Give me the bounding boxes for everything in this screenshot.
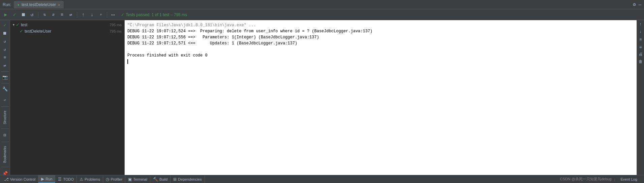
problems-icon: ⚠ <box>80 177 83 182</box>
child-check-icon: ✓ <box>20 29 23 34</box>
sidebar-check-icon[interactable]: ✓ <box>1 22 9 29</box>
status-build[interactable]: 🔨 Build <box>150 175 171 183</box>
settings-icon[interactable]: ⚙ <box>633 2 636 7</box>
check-button[interactable]: ✓ <box>11 11 18 19</box>
sidebar-sep-6 <box>1 167 9 167</box>
status-todo[interactable]: ☰ TODO <box>55 175 77 183</box>
status-terminal[interactable]: ▣ Terminal <box>125 175 150 183</box>
version-control-label: Version Control <box>10 177 35 181</box>
filter-button[interactable]: ≡ <box>58 11 66 19</box>
profiler-icon: ◷ <box>106 177 109 182</box>
profiler-label: Profiler <box>111 177 122 181</box>
title-tab[interactable]: ● test.testDeleteUser × <box>14 1 63 8</box>
sidebar-camera-icon[interactable]: 📷 <box>1 74 9 81</box>
toolbar-separator-1 <box>38 12 38 18</box>
parent-test-label: test <box>21 23 27 27</box>
sort-asc-button[interactable]: ⇅ <box>41 11 48 19</box>
child-time-badge: 795 ms <box>110 29 122 33</box>
title-icons: ⚙ — <box>633 2 641 7</box>
toolbar: ▶ ✓ ⏹ ↺ ⇅ ⇵ ≡ ⇌ ↑ ↓ ⌕ ▸▸ ✓ Tests passed:… <box>0 9 644 20</box>
parent-check-icon: ✓ <box>16 22 20 27</box>
sidebar-sep-5 <box>1 142 9 142</box>
console-line-5 <box>127 46 634 52</box>
structure-label: Structure <box>2 109 7 126</box>
rerun-button[interactable]: ↺ <box>28 11 36 19</box>
cursor <box>127 59 128 64</box>
status-profiler[interactable]: ◷ Profiler <box>103 175 125 183</box>
build-icon: 🔨 <box>153 177 158 182</box>
status-right: CSDN @杀死一只知更鸟debug | Event Log <box>557 177 643 182</box>
sidebar-rerun-icon[interactable]: ↺ <box>1 38 9 45</box>
run-button[interactable]: ▶ <box>2 11 9 19</box>
sidebar-sep-2 <box>1 83 9 83</box>
filter2-button[interactable]: ⇌ <box>67 11 74 19</box>
minimize-icon[interactable]: — <box>639 2 641 7</box>
sidebar-layers-icon[interactable]: ⊟ <box>1 132 9 139</box>
run-label: Run: <box>3 2 11 7</box>
sidebar-stop-icon[interactable]: ⏹ <box>1 30 9 37</box>
sidebar-pin-icon[interactable]: 📌 <box>1 170 9 175</box>
close-tab-icon[interactable]: × <box>58 3 60 7</box>
terminal-label: Terminal <box>133 177 147 181</box>
sidebar-filter2-icon[interactable]: ⇌ <box>1 62 9 69</box>
todo-icon: ☰ <box>58 177 62 182</box>
toolbar-status: ✓ Tests passed: 1 of 1 test – 795 ms <box>121 12 187 17</box>
main-area: ✓ ⏹ ↺ ↺ ≡ ⇌ 📷 🔧 ↩ Structure ⊟ Bookmarks … <box>0 20 644 175</box>
sidebar-wrench-icon[interactable]: 🔧 <box>1 85 9 93</box>
status-run[interactable]: ▶ Run <box>38 175 55 183</box>
stop-button[interactable]: ⏹ <box>20 11 27 19</box>
print-icon[interactable]: 🖨 <box>638 51 644 57</box>
tab-name: test.testDeleteUser <box>22 2 56 7</box>
parent-time-badge: 795 ms <box>110 23 122 27</box>
down-button[interactable]: ↓ <box>88 11 96 19</box>
test-panel: ▾ ✓ test 795 ms ✓ testDeleteUser 795 ms <box>10 20 125 175</box>
scroll-down-icon[interactable]: ↓ <box>638 29 644 35</box>
tab-icon: ● <box>17 3 20 7</box>
scroll-bottom-icon[interactable]: ⇊ <box>638 44 644 50</box>
version-control-icon: ⎇ <box>4 177 9 182</box>
more-button[interactable]: ▸▸ <box>110 11 117 19</box>
sidebar-sep-4 <box>1 129 9 129</box>
toolbar-separator-2 <box>77 12 77 18</box>
title-bar: Run: ● test.testDeleteUser × ⚙ — <box>0 0 644 9</box>
status-text: Tests passed: 1 of 1 test – 795 ms <box>126 12 187 17</box>
search-button[interactable]: ⌕ <box>97 11 104 19</box>
console-line-2: DEBUG 11-22 19:07:12,524 ==> Preparing: … <box>127 28 634 34</box>
sidebar-sep-1 <box>1 71 9 72</box>
console-line-3: DEBUG 11-22 19:07:12,556 ==> Parameters:… <box>127 34 634 40</box>
run-status-icon: ▶ <box>41 177 44 181</box>
status-check-icon: ✓ <box>121 12 124 17</box>
status-problems[interactable]: ⚠ Problems <box>77 175 103 183</box>
bookmarks-label: Bookmarks <box>2 145 7 164</box>
console-line-6: Process finished with exit code 0 <box>127 52 634 59</box>
child-test-label: testDeleteUser <box>25 29 51 34</box>
right-sidebar: ↑ ↓ ⇈ ⇊ 🖨 🗑 <box>637 20 644 175</box>
problems-label: Problems <box>85 177 100 181</box>
run-status-label: Run <box>45 177 52 181</box>
status-dependencies[interactable]: ⊞ Dependencies <box>171 175 205 183</box>
bookmarks-section[interactable]: Bookmarks <box>2 145 7 164</box>
event-log-item[interactable]: Event Log <box>618 177 640 181</box>
sort-desc-button[interactable]: ⇵ <box>50 11 57 19</box>
sidebar-filter-icon[interactable]: ≡ <box>1 54 9 61</box>
sidebar-sep-3 <box>1 106 9 107</box>
left-sidebar: ✓ ⏹ ↺ ↺ ≡ ⇌ 📷 🔧 ↩ Structure ⊟ Bookmarks … <box>0 20 10 175</box>
terminal-icon: ▣ <box>128 177 132 182</box>
status-bar: ⎇ Version Control ▶ Run ☰ TODO ⚠ Problem… <box>0 175 644 183</box>
sidebar-rerun2-icon[interactable]: ↺ <box>1 46 9 53</box>
test-parent-item[interactable]: ▾ ✓ test 795 ms <box>10 22 124 28</box>
console-cursor-line <box>127 59 634 65</box>
todo-label: TODO <box>63 177 74 181</box>
build-label: Build <box>159 177 167 181</box>
delete-icon[interactable]: 🗑 <box>638 59 644 65</box>
toolbar-separator-3 <box>107 12 107 18</box>
status-divider: | <box>614 177 615 181</box>
sidebar-back-icon[interactable]: ↩ <box>1 96 9 104</box>
child-test-item[interactable]: ✓ testDeleteUser 795 ms <box>10 28 124 34</box>
structure-section[interactable]: Structure <box>2 109 7 126</box>
scroll-top-icon[interactable]: ⇈ <box>638 36 644 42</box>
status-version-control[interactable]: ⎇ Version Control <box>1 175 38 183</box>
up-button[interactable]: ↑ <box>80 11 87 19</box>
scroll-up-icon[interactable]: ↑ <box>638 22 644 28</box>
dependencies-icon: ⊞ <box>173 177 177 182</box>
